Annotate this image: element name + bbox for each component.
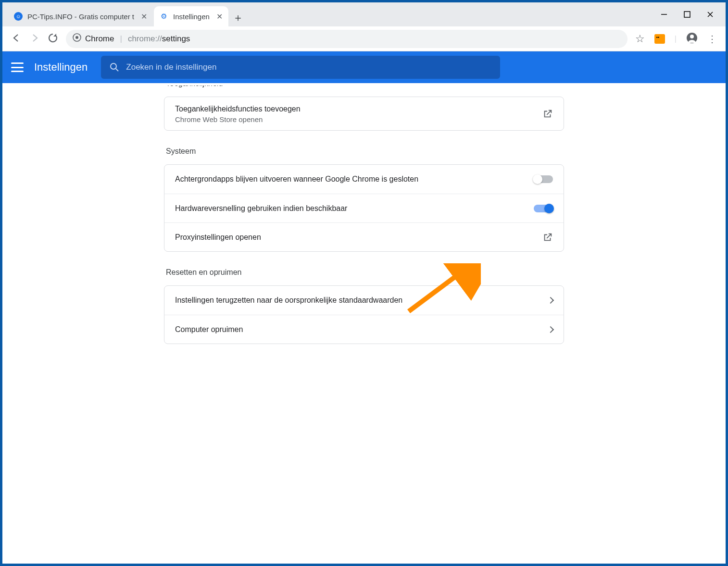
svg-point-5 bbox=[75, 36, 78, 39]
profile-avatar-icon[interactable] bbox=[686, 32, 698, 46]
reload-button[interactable] bbox=[48, 33, 58, 45]
settings-search[interactable] bbox=[101, 56, 500, 79]
external-link-icon bbox=[542, 232, 553, 243]
tab-pctips[interactable]: ☺ PC-Tips.INFO - Gratis computer t ✕ bbox=[8, 6, 153, 26]
back-button[interactable] bbox=[11, 33, 22, 45]
row-title: Computer opruimen bbox=[175, 324, 548, 335]
tab-settings[interactable]: ⚙ Instellingen ✕ bbox=[154, 6, 228, 26]
chevron-right-icon bbox=[548, 327, 553, 332]
window-controls bbox=[659, 10, 726, 19]
section-heading-reset: Resetten en opruimen bbox=[166, 268, 564, 277]
close-window-button[interactable] bbox=[705, 10, 715, 19]
url-separator: | bbox=[120, 34, 122, 44]
row-title: Toegankelijkheidsfuncties toevoegen bbox=[175, 104, 542, 114]
row-add-accessibility[interactable]: Toegankelijkheidsfuncties toevoegen Chro… bbox=[164, 97, 564, 130]
site-info-icon[interactable] bbox=[73, 33, 81, 44]
url-scheme-label: Chrome bbox=[85, 34, 114, 44]
svg-point-8 bbox=[111, 63, 116, 69]
toolbar-right: ☆ | ⋮ bbox=[631, 32, 721, 46]
system-card: Achtergrondapps blijven uitvoeren wannee… bbox=[164, 164, 564, 252]
row-subtitle: Chrome Web Store openen bbox=[175, 115, 542, 123]
settings-content: Printers Google Cloudprinter Toegankelij… bbox=[164, 86, 564, 369]
address-bar[interactable]: Chrome | chrome://settings bbox=[66, 30, 628, 48]
pctips-favicon: ☺ bbox=[14, 12, 23, 21]
section-heading-system: Systeem bbox=[166, 147, 564, 156]
toolbar: Chrome | chrome://settings ☆ | ⋮ bbox=[2, 26, 726, 51]
window-titlebar: ☺ PC-Tips.INFO - Gratis computer t ✕ ⚙ I… bbox=[2, 2, 726, 26]
row-proxy-settings[interactable]: Proxyinstellingen openen bbox=[164, 222, 564, 251]
svg-line-9 bbox=[116, 69, 118, 71]
toggle-hardware-acceleration[interactable] bbox=[534, 205, 553, 212]
external-link-icon bbox=[542, 109, 553, 119]
content-area: Printers Google Cloudprinter Toegankelij… bbox=[5, 86, 723, 561]
extension-icon[interactable] bbox=[654, 34, 665, 44]
reset-card: Instellingen terugzetten naar de oorspro… bbox=[164, 285, 564, 344]
new-tab-button[interactable]: ＋ bbox=[229, 9, 247, 26]
url-prefix: chrome:// bbox=[128, 34, 162, 44]
tab-label: PC-Tips.INFO - Gratis computer t bbox=[27, 12, 134, 21]
maximize-button[interactable] bbox=[682, 10, 692, 19]
row-background-apps[interactable]: Achtergrondapps blijven uitvoeren wannee… bbox=[164, 165, 564, 194]
minimize-button[interactable] bbox=[659, 10, 669, 19]
menu-icon[interactable] bbox=[11, 62, 24, 72]
settings-favicon: ⚙ bbox=[160, 12, 168, 21]
page-title: Instellingen bbox=[34, 61, 88, 74]
url-path: settings bbox=[162, 34, 190, 44]
forward-button[interactable] bbox=[29, 33, 40, 45]
close-tab-icon[interactable]: ✕ bbox=[216, 12, 223, 21]
section-heading-accessibility: Toegankelijkheid bbox=[166, 86, 564, 88]
nav-buttons bbox=[7, 33, 62, 45]
toolbar-divider: | bbox=[675, 35, 677, 43]
accessibility-card: Toegankelijkheidsfuncties toevoegen Chro… bbox=[164, 97, 564, 131]
svg-point-7 bbox=[690, 35, 694, 38]
row-title: Instellingen terugzetten naar de oorspro… bbox=[175, 295, 548, 306]
search-input[interactable] bbox=[126, 62, 491, 72]
tab-strip: ☺ PC-Tips.INFO - Gratis computer t ✕ ⚙ I… bbox=[2, 2, 659, 26]
row-hardware-acceleration[interactable]: Hardwareversnelling gebruiken indien bes… bbox=[164, 194, 564, 222]
chevron-right-icon bbox=[548, 298, 553, 303]
row-title: Hardwareversnelling gebruiken indien bes… bbox=[175, 203, 534, 214]
settings-header: Instellingen bbox=[2, 51, 726, 83]
row-cleanup-computer[interactable]: Computer opruimen bbox=[164, 315, 564, 344]
toggle-background-apps[interactable] bbox=[534, 175, 553, 183]
svg-rect-1 bbox=[684, 12, 690, 17]
row-title: Proxyinstellingen openen bbox=[175, 232, 542, 243]
row-title: Achtergrondapps blijven uitvoeren wannee… bbox=[175, 174, 534, 185]
settings-scroll[interactable]: Printers Google Cloudprinter Toegankelij… bbox=[5, 86, 723, 561]
chrome-menu-icon[interactable]: ⋮ bbox=[707, 33, 717, 45]
bookmark-star-icon[interactable]: ☆ bbox=[635, 33, 645, 45]
search-icon bbox=[110, 62, 119, 72]
close-tab-icon[interactable]: ✕ bbox=[141, 12, 147, 21]
row-reset-defaults[interactable]: Instellingen terugzetten naar de oorspro… bbox=[164, 286, 564, 315]
tab-label: Instellingen bbox=[173, 12, 210, 21]
